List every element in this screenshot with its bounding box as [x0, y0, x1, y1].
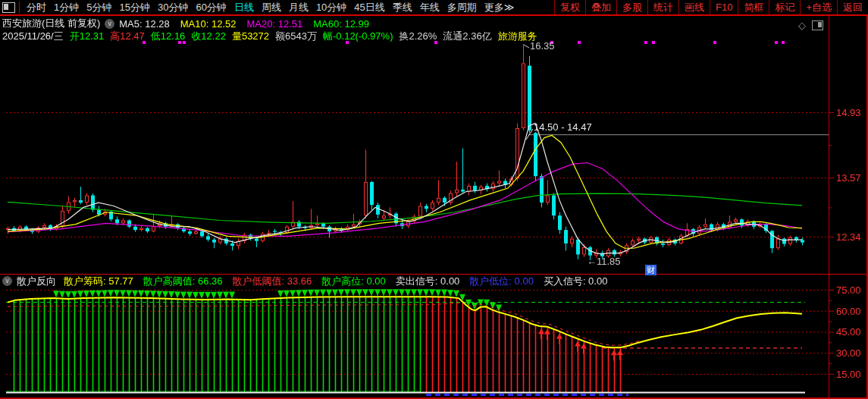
- stock-title[interactable]: 西安旅游(日线 前复权): [2, 17, 100, 30]
- chart-corner-icons: ◇: [798, 20, 823, 31]
- chart-canvas[interactable]: [0, 0, 868, 399]
- sub-axis-label-45.00: 45.00: [836, 326, 861, 338]
- period-tab-多周期[interactable]: 多周期: [443, 1, 481, 14]
- ma-value-1: MA10: 12.52: [180, 18, 237, 30]
- period-tab-年线[interactable]: 年线: [416, 1, 443, 14]
- indicator-field-3: 散户高位: 0.00: [321, 275, 386, 287]
- main-axis-label-13.57: 13.57: [836, 172, 861, 184]
- tool-button-+自选[interactable]: +自选: [800, 0, 837, 14]
- indicator-field-5: 散户低位: 0.00: [469, 275, 534, 287]
- indicator-chevron-icon[interactable]: ∨: [2, 276, 12, 286]
- tool-button-返回[interactable]: 返回: [837, 0, 868, 14]
- ma-value-3: MA60: 12.99: [313, 18, 369, 30]
- quote-info-row: 2025/11/26/三开12.31高12.47低12.16收12.22量532…: [2, 30, 544, 42]
- layout-icon[interactable]: [2, 2, 15, 13]
- quote-field-6: 额6543万: [275, 30, 317, 43]
- period-tab-60分钟[interactable]: 60分钟: [192, 1, 230, 14]
- period-tabs: 分时1分钟5分钟15分钟30分钟60分钟日线周线月线10分钟45日线季线年线多周…: [23, 1, 518, 14]
- indicator-field-1: 散户高阈值: 66.36: [143, 275, 223, 287]
- period-tab-10分钟[interactable]: 10分钟: [312, 1, 350, 14]
- main-axis-label-12.34: 12.34: [836, 231, 861, 243]
- period-tab-15分钟[interactable]: 15分钟: [115, 1, 153, 14]
- indicator-field-0: 散户筹码: 57.77: [64, 275, 133, 287]
- diamond-icon[interactable]: ◇: [798, 20, 806, 31]
- indicator-header: ∨ 散户反向 散户筹码: 57.77散户高阈值: 66.36散户低阈值: 33.…: [2, 275, 617, 287]
- quote-field-0: 2025/11/26/三: [2, 30, 64, 43]
- quote-field-7: 幅-0.12(-0.97%): [323, 30, 393, 43]
- indicator-field-6: 买入信号: 0.00: [544, 275, 608, 287]
- indicator-field-2: 散户低阈值: 33.66: [233, 275, 312, 287]
- toolbar: 复权叠加多股统计画线F10简框标记+自选返回: [554, 0, 868, 14]
- split-window-icon[interactable]: [812, 20, 823, 30]
- tool-button-叠加[interactable]: 叠加: [585, 0, 616, 14]
- period-tab-1分钟[interactable]: 1分钟: [50, 1, 83, 14]
- quote-field-9: 流通2.36亿: [443, 30, 491, 43]
- sub-axis-label-15.00: 15.00: [836, 369, 861, 380]
- quote-field-1: 开12.31: [70, 30, 105, 43]
- quote-field-3: 低12.16: [151, 30, 186, 43]
- ma-value-0: MA5: 12.28: [119, 18, 170, 30]
- finance-news-badge[interactable]: 财: [645, 265, 656, 275]
- ma-values: MA5: 12.28MA10: 12.52MA20: 12.51MA60: 12…: [119, 17, 380, 30]
- period-tab-更多≫[interactable]: 更多≫: [481, 1, 519, 14]
- tool-button-标记[interactable]: 标记: [769, 0, 800, 14]
- indicator-name[interactable]: 散户反向: [17, 275, 56, 288]
- tool-button-简框[interactable]: 简框: [738, 0, 769, 14]
- quote-field-2: 高12.47: [110, 30, 145, 43]
- period-tab-5分钟[interactable]: 5分钟: [83, 1, 115, 14]
- tool-button-复权[interactable]: 复权: [554, 0, 585, 14]
- period-tab-分时[interactable]: 分时: [23, 1, 50, 14]
- sub-axis-label-30.00: 30.00: [836, 347, 861, 359]
- gap-window-label: 14.50 - 14.47: [534, 121, 592, 133]
- indicator-fields: 散户筹码: 57.77散户高阈值: 66.36散户低阈值: 33.66散户高位:…: [64, 274, 617, 288]
- main-axis-label-14.93: 14.93: [836, 107, 861, 118]
- period-tab-45日线[interactable]: 45日线: [350, 1, 388, 14]
- quote-field-4: 收12.22: [191, 30, 226, 43]
- low-price-label: ←11.85: [587, 256, 621, 267]
- quote-field-5: 量53272: [232, 30, 269, 43]
- menu-divider: [19, 2, 20, 14]
- quote-field-8: 换2.26%: [399, 30, 437, 43]
- period-tab-季线[interactable]: 季线: [389, 1, 416, 14]
- period-tab-周线[interactable]: 周线: [258, 1, 285, 14]
- quote-field-10: 旅游服务: [498, 30, 537, 43]
- tool-button-统计[interactable]: 统计: [647, 0, 678, 14]
- tool-button-多股[interactable]: 多股: [616, 0, 647, 14]
- sub-axis-label-75.00: 75.00: [836, 284, 861, 296]
- tool-button-画线[interactable]: 画线: [678, 0, 710, 14]
- period-tab-月线[interactable]: 月线: [285, 1, 312, 14]
- sub-axis-label-60.00: 60.00: [836, 306, 861, 317]
- ma-value-2: MA20: 12.51: [247, 18, 303, 30]
- period-tab-日线[interactable]: 日线: [230, 1, 258, 14]
- period-tab-30分钟[interactable]: 30分钟: [154, 1, 192, 14]
- top-menu-bar: 分时1分钟5分钟15分钟30分钟60分钟日线周线月线10分钟45日线季线年线多周…: [0, 0, 868, 16]
- tool-button-F10[interactable]: F10: [710, 0, 738, 14]
- indicator-field-4: 卖出信号: 0.00: [396, 275, 460, 287]
- collapse-chevron-icon[interactable]: ∨: [105, 19, 114, 29]
- tdx-window: 分时1分钟5分钟15分钟30分钟60分钟日线周线月线10分钟45日线季线年线多周…: [0, 0, 868, 399]
- stock-info-row: 西安旅游(日线 前复权) ∨ MA5: 12.28MA10: 12.52MA20…: [2, 17, 380, 30]
